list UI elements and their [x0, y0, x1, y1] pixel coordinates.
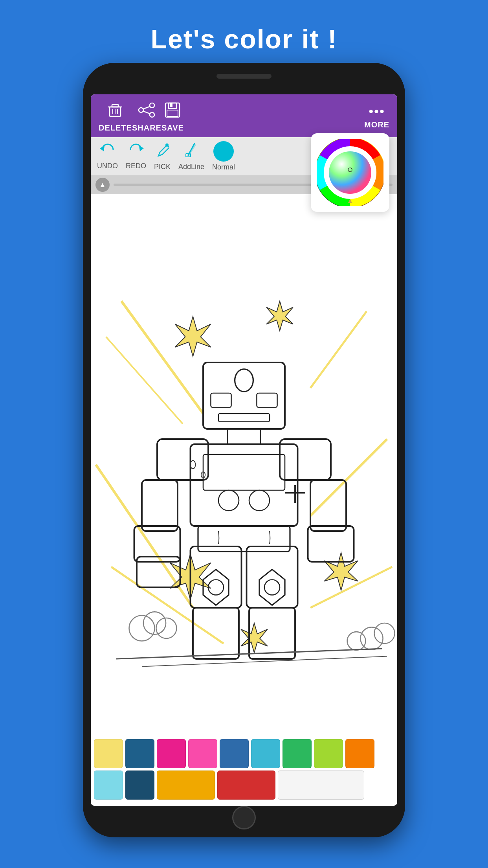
color-pink[interactable]: [188, 739, 217, 768]
svg-rect-61: [247, 546, 298, 608]
color-hot-pink[interactable]: [157, 739, 186, 768]
redo-label: REDO: [126, 162, 146, 170]
svg-rect-39: [211, 393, 231, 407]
svg-point-17: [165, 143, 169, 147]
color-light-cyan[interactable]: [94, 771, 123, 800]
svg-line-25: [121, 301, 203, 414]
phone-speaker: [216, 74, 272, 79]
svg-point-65: [129, 616, 155, 641]
svg-line-28: [111, 567, 224, 644]
svg-point-47: [218, 490, 239, 511]
svg-point-69: [374, 623, 395, 644]
svg-line-29: [310, 311, 367, 388]
svg-rect-13: [167, 110, 178, 116]
robot-illustration: [91, 194, 397, 735]
color-green[interactable]: [283, 739, 312, 768]
page-background: Let's color it !: [0, 0, 488, 868]
svg-rect-54: [310, 480, 346, 531]
svg-marker-35: [324, 553, 358, 590]
svg-rect-41: [218, 414, 270, 422]
addline-label: AddLine: [178, 163, 204, 171]
svg-line-30: [310, 439, 387, 516]
svg-point-48: [249, 490, 270, 511]
svg-marker-62: [259, 570, 285, 605]
svg-point-71: [191, 461, 196, 469]
svg-point-63: [264, 580, 280, 595]
svg-point-59: [208, 580, 224, 595]
normal-tool[interactable]: Normal: [212, 141, 235, 171]
svg-point-6: [150, 103, 154, 108]
phone-home-button[interactable]: [232, 806, 256, 829]
svg-rect-56: [198, 526, 290, 552]
svg-line-26: [106, 337, 183, 424]
svg-point-70: [347, 632, 366, 650]
color-gold[interactable]: [157, 771, 215, 800]
save-label: SAVE: [161, 123, 184, 132]
svg-rect-44: [280, 439, 331, 480]
undo-label: UNDO: [97, 162, 118, 170]
svg-rect-51: [142, 480, 178, 531]
drawing-area[interactable]: [91, 194, 397, 735]
svg-rect-60: [193, 608, 239, 659]
svg-marker-32: [175, 316, 211, 356]
svg-line-10: [143, 111, 150, 114]
main-toolbar: DELETE SHARE: [91, 94, 397, 137]
svg-rect-43: [157, 439, 208, 480]
svg-marker-33: [266, 301, 293, 331]
palette-row-1: [94, 739, 394, 768]
svg-point-22: [329, 151, 371, 194]
share-button[interactable]: SHARE: [132, 101, 161, 132]
svg-marker-36: [241, 623, 268, 653]
more-button[interactable]: ••• MORE: [364, 105, 389, 129]
palette-row-2: [94, 771, 394, 800]
svg-rect-46: [203, 454, 285, 490]
svg-rect-14: [170, 103, 172, 107]
normal-label: Normal: [212, 163, 235, 171]
color-dark-blue[interactable]: [125, 739, 154, 768]
delete-button[interactable]: DELETE: [99, 101, 132, 132]
svg-rect-37: [203, 362, 285, 429]
color-wheel-container[interactable]: [311, 133, 389, 212]
delete-label: DELETE: [99, 123, 132, 132]
svg-point-7: [150, 112, 154, 117]
secondary-toolbar: UNDO REDO: [91, 137, 397, 175]
svg-point-8: [139, 108, 143, 112]
phone-screen: DELETE SHARE: [91, 94, 397, 806]
pick-label: PICK: [154, 163, 171, 171]
more-label: MORE: [364, 120, 389, 129]
svg-rect-40: [257, 393, 277, 407]
color-navy[interactable]: [125, 771, 154, 800]
page-title: Let's color it !: [0, 0, 488, 54]
color-white[interactable]: [278, 771, 364, 800]
expand-button[interactable]: ▲: [95, 178, 110, 192]
svg-marker-16: [139, 146, 144, 151]
color-red[interactable]: [217, 771, 275, 800]
pick-tool[interactable]: PICK: [154, 142, 171, 171]
color-light-green[interactable]: [314, 739, 343, 768]
color-cyan[interactable]: [251, 739, 280, 768]
save-button[interactable]: SAVE: [161, 101, 184, 132]
color-blue[interactable]: [220, 739, 249, 768]
color-wheel: [317, 139, 383, 206]
share-label: SHARE: [132, 123, 161, 132]
color-palette: [91, 735, 397, 806]
svg-line-31: [310, 567, 392, 608]
svg-marker-15: [100, 146, 105, 151]
redo-tool[interactable]: REDO: [126, 143, 146, 170]
svg-point-38: [235, 369, 253, 392]
svg-rect-42: [227, 429, 260, 444]
color-yellow[interactable]: [94, 739, 123, 768]
addline-tool[interactable]: AddLine: [178, 142, 204, 171]
svg-line-9: [143, 107, 150, 109]
color-orange[interactable]: [345, 739, 374, 768]
phone-frame: DELETE SHARE: [83, 63, 405, 837]
svg-line-74: [142, 657, 387, 667]
svg-rect-45: [191, 444, 298, 526]
undo-tool[interactable]: UNDO: [97, 143, 118, 170]
svg-point-67: [156, 618, 176, 638]
